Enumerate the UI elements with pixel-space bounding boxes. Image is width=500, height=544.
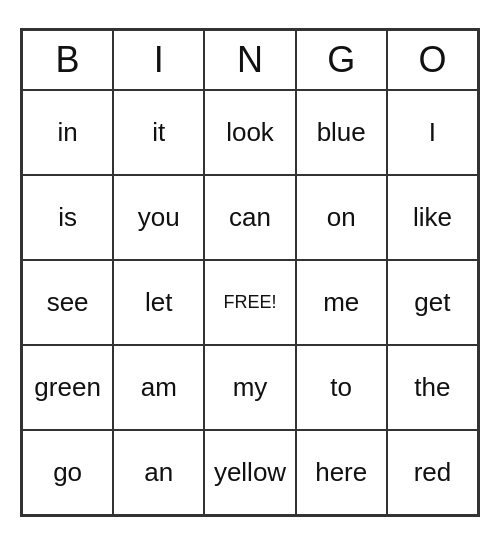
bingo-cell-0-2[interactable]: look <box>204 90 295 175</box>
bingo-cell-3-0[interactable]: green <box>22 345 113 430</box>
bingo-header-row: BINGO <box>22 30 478 90</box>
header-cell-i: I <box>113 30 204 90</box>
bingo-cell-4-2[interactable]: yellow <box>204 430 295 515</box>
bingo-cell-1-3[interactable]: on <box>296 175 387 260</box>
bingo-cell-0-4[interactable]: I <box>387 90 478 175</box>
header-cell-o: O <box>387 30 478 90</box>
bingo-cell-2-4[interactable]: get <box>387 260 478 345</box>
bingo-cell-4-0[interactable]: go <box>22 430 113 515</box>
bingo-cell-2-2[interactable]: FREE! <box>204 260 295 345</box>
bingo-cell-2-1[interactable]: let <box>113 260 204 345</box>
bingo-cell-4-4[interactable]: red <box>387 430 478 515</box>
bingo-cell-1-1[interactable]: you <box>113 175 204 260</box>
bingo-cell-4-1[interactable]: an <box>113 430 204 515</box>
bingo-cell-0-0[interactable]: in <box>22 90 113 175</box>
header-cell-b: B <box>22 30 113 90</box>
header-cell-n: N <box>204 30 295 90</box>
bingo-card: BINGO initlookblueIisyoucanonlikeseeletF… <box>20 28 480 517</box>
bingo-cell-2-3[interactable]: me <box>296 260 387 345</box>
bingo-cell-3-1[interactable]: am <box>113 345 204 430</box>
bingo-cell-0-1[interactable]: it <box>113 90 204 175</box>
bingo-cell-1-4[interactable]: like <box>387 175 478 260</box>
bingo-cell-4-3[interactable]: here <box>296 430 387 515</box>
bingo-cell-3-3[interactable]: to <box>296 345 387 430</box>
bingo-row-2: seeletFREE!meget <box>22 260 478 345</box>
bingo-row-3: greenammytothe <box>22 345 478 430</box>
bingo-cell-2-0[interactable]: see <box>22 260 113 345</box>
bingo-cell-0-3[interactable]: blue <box>296 90 387 175</box>
bingo-row-4: goanyellowherered <box>22 430 478 515</box>
bingo-cell-1-0[interactable]: is <box>22 175 113 260</box>
bingo-cell-3-2[interactable]: my <box>204 345 295 430</box>
bingo-row-0: initlookblueI <box>22 90 478 175</box>
bingo-cell-1-2[interactable]: can <box>204 175 295 260</box>
bingo-cell-3-4[interactable]: the <box>387 345 478 430</box>
bingo-row-1: isyoucanonlike <box>22 175 478 260</box>
header-cell-g: G <box>296 30 387 90</box>
